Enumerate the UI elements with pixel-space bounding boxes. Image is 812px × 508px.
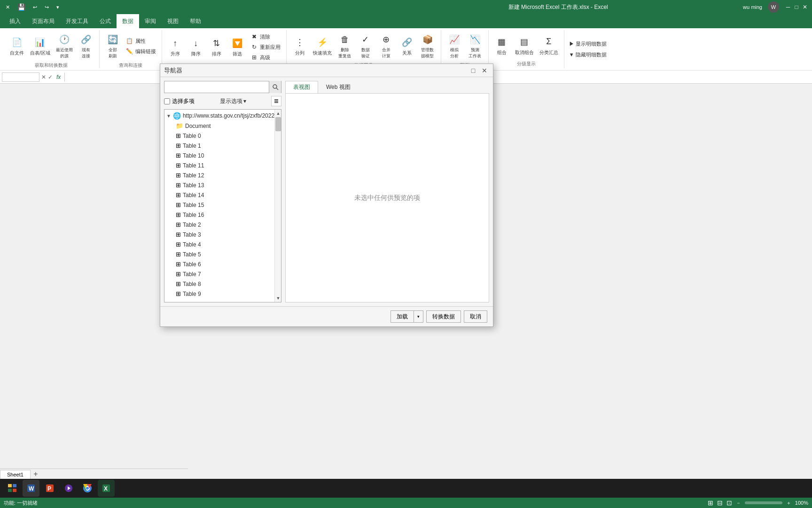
tree-item-table12[interactable]: ⊞ Table 12 xyxy=(164,170,274,180)
tree-item-table11[interactable]: ⊞ Table 11 xyxy=(164,160,274,170)
show-options-btn[interactable]: 显示选项 ▾ xyxy=(220,97,246,105)
btn-hide-detail[interactable]: ▼ 隐藏明细数据 xyxy=(567,50,609,59)
tab-help[interactable]: 帮助 xyxy=(184,14,207,28)
tree-item-table14[interactable]: ⊞ Table 14 xyxy=(164,190,274,200)
btn-remove-dup[interactable]: 🗑 删除重复值 xyxy=(336,32,354,60)
btn-relationship[interactable]: 🔗 关系 xyxy=(398,35,416,57)
table10-label: Table 10 xyxy=(183,152,204,159)
tree-root-item[interactable]: ▼ 🌐 http://www.stats.gov.cn/tjsj/zxfb/20… xyxy=(164,111,274,121)
tab-data[interactable]: 数据 xyxy=(117,14,139,28)
taskbar-word[interactable]: W xyxy=(23,480,39,497)
tree-item-table16[interactable]: ⊞ Table 16 xyxy=(164,210,274,220)
tree-item-table4[interactable]: ⊞ Table 4 xyxy=(164,239,274,249)
tree-item-table13[interactable]: ⊞ Table 13 xyxy=(164,180,274,190)
taskbar-excel[interactable]: X xyxy=(98,480,115,497)
tab-insert[interactable]: 插入 xyxy=(4,14,26,28)
btn-clear[interactable]: ✖ 清除 xyxy=(249,32,282,41)
btn-sort-desc[interactable]: ↓ 降序 xyxy=(187,36,205,58)
load-dropdown-btn[interactable]: ▾ xyxy=(414,310,423,323)
conn-icon: 🔗 xyxy=(79,33,93,46)
tree-item-table0[interactable]: ⊞ Table 0 xyxy=(164,131,274,141)
btn-forecast-sheet[interactable]: 📉 预测工作表 xyxy=(466,32,484,60)
tab-developer[interactable]: 开发工具 xyxy=(60,14,94,28)
tree-item-document[interactable]: 📁 Document xyxy=(164,121,274,131)
taskbar-chrome[interactable] xyxy=(79,480,96,497)
tree-item-table9[interactable]: ⊞ Table 9 xyxy=(164,289,274,299)
btn-flash-fill[interactable]: ⚡ 快速填充 xyxy=(311,35,334,57)
btn-reapply[interactable]: ↻ 重新应用 xyxy=(249,42,282,52)
sheet-tab-1[interactable]: Sheet1 xyxy=(0,470,31,479)
tree-item-table5[interactable]: ⊞ Table 5 xyxy=(164,249,274,259)
tree-item-table8[interactable]: ⊞ Table 8 xyxy=(164,279,274,289)
btn-sort[interactable]: ⇅ 排序 xyxy=(207,36,226,58)
sheet-view-break[interactable]: ⊡ xyxy=(726,499,732,507)
taskbar-media[interactable] xyxy=(60,480,77,497)
load-btn[interactable]: 加载 xyxy=(390,310,414,323)
btn-what-if[interactable]: 📈 模拟分析 xyxy=(445,32,464,60)
btn-manage-model[interactable]: 📦 管理数据模型 xyxy=(418,32,437,60)
minimize-btn[interactable]: ─ xyxy=(785,4,791,10)
redo-quick-btn[interactable]: ↪ xyxy=(43,3,51,11)
btn-recent[interactable]: 🕐 最近使用的源 xyxy=(54,32,75,60)
sheet-view-normal[interactable]: ⊞ xyxy=(708,499,713,507)
tree-item-table3[interactable]: ⊞ Table 3 xyxy=(164,230,274,239)
dialog-close-btn[interactable]: ✕ xyxy=(480,66,489,75)
save-quick-btn[interactable]: 💾 xyxy=(16,2,27,12)
name-box[interactable] xyxy=(2,72,39,82)
tab-formula[interactable]: 公式 xyxy=(94,14,117,28)
btn-subtotal[interactable]: Σ 分类汇总 xyxy=(538,34,560,57)
close-btn[interactable]: ✕ xyxy=(802,4,808,10)
tab-table-view[interactable]: 表视图 xyxy=(285,81,318,93)
tree-item-table15[interactable]: ⊞ Table 15 xyxy=(164,200,274,210)
scroll-down-btn[interactable]: ▼ xyxy=(275,295,281,301)
whatif-icon: 📈 xyxy=(448,33,461,46)
tree-item-table2[interactable]: ⊞ Table 2 xyxy=(164,220,274,230)
quick-access-more[interactable]: ▾ xyxy=(55,3,61,11)
sheet-view-layout[interactable]: ⊟ xyxy=(717,499,723,507)
tab-review[interactable]: 审阅 xyxy=(139,14,162,28)
dialog-maximize-btn[interactable]: □ xyxy=(468,66,478,75)
btn-advanced[interactable]: ⊞ 高级 xyxy=(249,53,282,62)
btn-show-detail[interactable]: ▶ 显示明细数据 xyxy=(567,40,609,48)
tree-container[interactable]: ▼ 🌐 http://www.stats.gov.cn/tjsj/zxfb/20… xyxy=(164,109,281,302)
zoom-minus-btn[interactable]: － xyxy=(736,500,741,507)
tab-pagelayout[interactable]: 页面布局 xyxy=(26,14,60,28)
btn-from-file[interactable]: 📄 自文件 xyxy=(8,35,26,57)
btn-existing-conn[interactable]: 🔗 现有连接 xyxy=(77,32,95,60)
btn-edit-links[interactable]: ✏️ 编辑链接 xyxy=(124,47,158,56)
btn-sort-asc[interactable]: ↑ 升序 xyxy=(166,36,185,58)
btn-consolidate[interactable]: ⊕ 合并计算 xyxy=(377,32,396,60)
add-sheet-btn[interactable]: + xyxy=(31,469,41,479)
undo-quick-btn[interactable]: ↩ xyxy=(31,3,39,11)
btn-refresh-all[interactable]: 🔄 全部刷新 xyxy=(103,32,122,60)
search-input[interactable] xyxy=(164,84,269,90)
scroll-up-btn[interactable]: ▲ xyxy=(275,111,281,116)
tab-web-view[interactable]: Web 视图 xyxy=(318,81,359,93)
taskbar-powerpoint[interactable]: P xyxy=(41,480,58,497)
sort-asc-icon: ↑ xyxy=(169,37,182,50)
scroll-thumb[interactable] xyxy=(275,117,281,131)
taskbar-explorer[interactable] xyxy=(4,480,21,497)
zoom-plus-btn[interactable]: ＋ xyxy=(786,500,791,507)
tree-scrollbar[interactable]: ▲ ▼ xyxy=(274,110,281,302)
tree-item-table1[interactable]: ⊞ Table 1 xyxy=(164,141,274,151)
btn-from-table[interactable]: 📊 自表/区域 xyxy=(28,35,52,57)
maximize-btn[interactable]: □ xyxy=(793,4,800,10)
btn-data-validation[interactable]: ✓ 数据验证 xyxy=(356,32,375,60)
btn-ungroup[interactable]: ▤ 取消组合 xyxy=(513,34,536,57)
svg-point-14 xyxy=(86,487,89,490)
zoom-slider[interactable] xyxy=(745,501,782,504)
search-button[interactable] xyxy=(269,81,281,93)
btn-split-column[interactable]: ⋮ 分列 xyxy=(290,35,309,57)
btn-group[interactable]: ▦ 组合 xyxy=(492,34,511,57)
tree-item-table7[interactable]: ⊞ Table 7 xyxy=(164,269,274,279)
btn-properties[interactable]: 📋 属性 xyxy=(124,36,158,46)
extra-icon-btn[interactable] xyxy=(271,96,281,106)
tree-item-table10[interactable]: ⊞ Table 10 xyxy=(164,151,274,160)
select-multiple-checkbox[interactable]: 选择多项 xyxy=(164,97,195,105)
tab-view[interactable]: 视图 xyxy=(162,14,184,28)
btn-filter[interactable]: 🔽 筛选 xyxy=(228,36,247,58)
tree-item-table6[interactable]: ⊞ Table 6 xyxy=(164,259,274,269)
transform-btn[interactable]: 转换数据 xyxy=(426,310,461,323)
cancel-btn[interactable]: 取消 xyxy=(464,310,487,323)
